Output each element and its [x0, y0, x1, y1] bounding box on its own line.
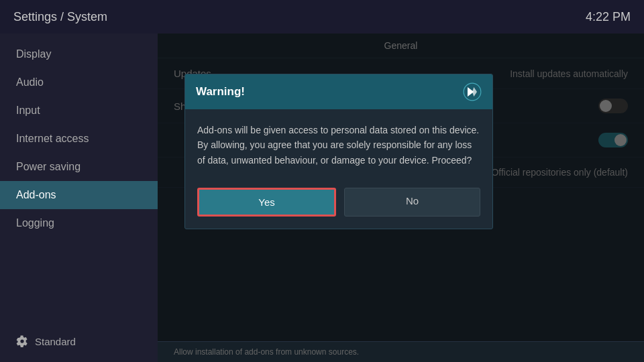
sidebar-item-add-ons[interactable]: Add-ons	[0, 181, 158, 209]
sidebar-item-logging[interactable]: Logging	[0, 209, 158, 237]
dialog-overlay: Warning! Add-ons will be given access to…	[158, 34, 644, 362]
footer-hint: Allow installation of add-ons from unkno…	[158, 341, 644, 362]
dialog-buttons: Yes No	[185, 181, 492, 229]
kodi-logo-icon	[463, 82, 482, 101]
yes-button[interactable]: Yes	[197, 188, 336, 217]
content-area: General Updates Install updates automati…	[158, 34, 644, 362]
sidebar-item-power-saving[interactable]: Power saving	[0, 153, 158, 181]
sidebar-footer: Standard	[0, 327, 158, 355]
sidebar: Display Audio Input Internet access Powe…	[0, 34, 158, 362]
header: Settings / System 4:22 PM	[0, 0, 644, 34]
no-button[interactable]: No	[344, 188, 480, 217]
dialog-body: Add-ons will be given access to personal…	[185, 109, 492, 181]
gear-icon	[16, 335, 28, 347]
warning-dialog: Warning! Add-ons will be given access to…	[184, 74, 493, 229]
sidebar-item-display[interactable]: Display	[0, 40, 158, 68]
dialog-header: Warning!	[185, 74, 492, 109]
dialog-title: Warning!	[196, 85, 245, 99]
sidebar-item-input[interactable]: Input	[0, 97, 158, 125]
page-title: Settings / System	[13, 10, 107, 24]
clock: 4:22 PM	[586, 10, 631, 24]
sidebar-item-internet-access[interactable]: Internet access	[0, 125, 158, 153]
sidebar-item-audio[interactable]: Audio	[0, 68, 158, 97]
standard-label: Standard	[35, 336, 76, 347]
